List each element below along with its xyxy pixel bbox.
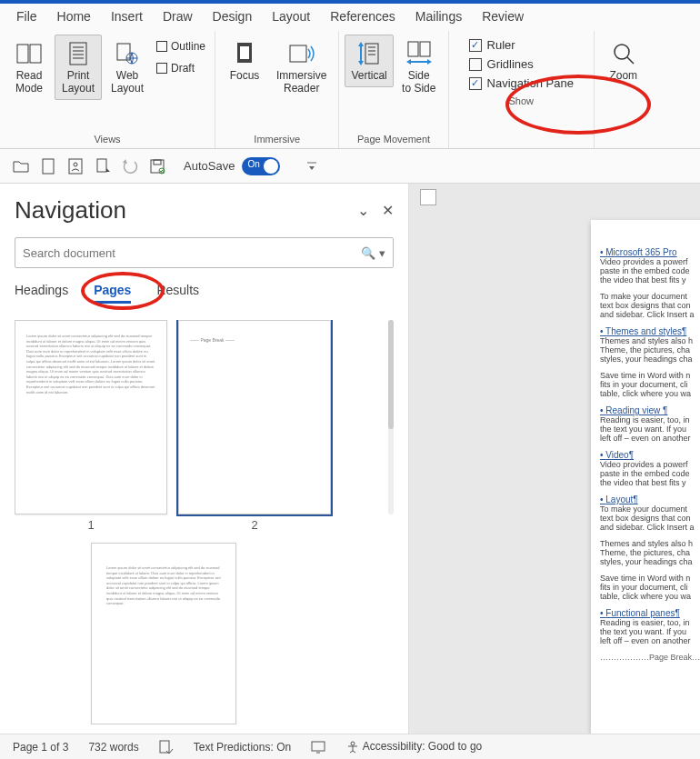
doc-paragraph[interactable]: Save time in Word with n fits in your do… <box>600 574 700 601</box>
quick-print-icon[interactable] <box>95 158 111 175</box>
doc-paragraph[interactable]: Themes and styles¶Themes and styles also… <box>600 326 700 364</box>
save-icon[interactable] <box>149 158 165 175</box>
read-mode-button[interactable]: Read Mode <box>5 35 53 100</box>
svg-rect-27 <box>43 159 54 174</box>
ribbon: Read Mode Print Layout Web Layout Outlin… <box>0 31 700 149</box>
doc-body-text: Video provides a powerf paste in the emb… <box>600 460 700 487</box>
nav-tab-results[interactable]: Results <box>156 283 199 304</box>
thumbnail-page-1[interactable]: Lorem ipsum dolor sit amet consectetur a… <box>15 320 167 514</box>
search-icon[interactable]: 🔍 ▾ <box>361 246 385 260</box>
svg-rect-0 <box>17 45 28 63</box>
doc-paragraph[interactable]: To make your document text box designs t… <box>600 292 700 319</box>
focus-button[interactable]: Focus <box>221 35 268 87</box>
status-page[interactable]: Page 1 of 3 <box>13 741 68 754</box>
doc-heading-link[interactable]: Microsoft 365 Pro <box>600 247 700 257</box>
thumbnail-page-3[interactable]: Lorem ipsum dolor sit amet consectetur a… <box>91 543 236 724</box>
page-thumbnails: Lorem ipsum dolor sit amet consectetur a… <box>15 320 394 724</box>
autosave-toggle[interactable]: AutoSave On <box>184 157 280 175</box>
draft-button[interactable]: Draft <box>156 60 205 76</box>
doc-heading-link[interactable]: Functional panes¶ <box>600 608 700 618</box>
toggle-switch-icon[interactable]: On <box>242 157 280 175</box>
vertical-button[interactable]: Vertical <box>345 35 393 87</box>
status-words[interactable]: 732 words <box>88 741 138 754</box>
svg-rect-21 <box>420 42 430 56</box>
immersive-reader-button[interactable]: Immersive Reader <box>270 35 333 100</box>
doc-body-text: To make your document text box designs t… <box>600 292 700 319</box>
undo-icon[interactable] <box>122 158 138 175</box>
svg-marker-32 <box>123 159 127 164</box>
svg-rect-20 <box>408 42 418 56</box>
display-settings-icon[interactable] <box>311 740 325 754</box>
group-show: ✓Ruler Gridlines ✓Navigation Pane Show <box>449 31 595 148</box>
svg-rect-13 <box>365 44 378 64</box>
outline-button[interactable]: Outline <box>156 38 205 55</box>
ruler-checkbox[interactable]: ✓Ruler <box>469 38 574 52</box>
nav-tab-pages[interactable]: Pages <box>94 283 131 304</box>
status-predictions[interactable]: Text Predictions: On <box>194 741 291 754</box>
document-canvas[interactable]: Microsoft 365 ProVideo provides a powerf… <box>409 184 700 738</box>
spellcheck-icon[interactable] <box>159 740 174 754</box>
doc-body-text: Reading is easier, too, in the text you … <box>600 415 700 443</box>
navigation-pane-checkbox[interactable]: ✓Navigation Pane <box>469 76 574 90</box>
status-bar: Page 1 of 3 732 words Text Predictions: … <box>0 734 700 759</box>
read-mode-label: Read Mode <box>15 70 43 95</box>
tab-insert[interactable]: Insert <box>111 9 143 24</box>
page-break-indicator: ………………Page Break… <box>600 653 700 662</box>
doc-paragraph[interactable]: Themes and styles also h Theme, the pict… <box>600 539 700 566</box>
doc-body-text: Save time in Word with n fits in your do… <box>600 574 700 601</box>
vertical-scroll-icon <box>355 39 384 68</box>
open-icon[interactable] <box>13 158 29 175</box>
search-input-wrap[interactable]: 🔍 ▾ <box>15 237 394 268</box>
tab-file[interactable]: File <box>16 9 37 24</box>
tab-mailings[interactable]: Mailings <box>415 9 462 24</box>
document-page[interactable]: Microsoft 365 ProVideo provides a powerf… <box>591 220 700 738</box>
svg-marker-31 <box>106 168 110 172</box>
doc-heading-link[interactable]: Reading view ¶ <box>600 405 700 415</box>
ruler-corner[interactable] <box>420 189 436 205</box>
doc-heading-link[interactable]: Video¶ <box>600 450 700 460</box>
tab-home[interactable]: Home <box>57 9 91 24</box>
customize-qat-icon[interactable] <box>304 158 320 175</box>
svg-point-25 <box>615 45 629 59</box>
person-icon[interactable] <box>67 158 84 175</box>
doc-heading-link[interactable]: Themes and styles¶ <box>600 326 700 336</box>
search-input[interactable] <box>23 246 357 260</box>
new-file-icon[interactable] <box>40 158 56 175</box>
web-layout-button[interactable]: Web Layout <box>104 35 151 100</box>
side-to-side-button[interactable]: Side to Side <box>395 35 443 100</box>
doc-paragraph[interactable]: Functional panes¶Reading is easier, too,… <box>600 608 700 645</box>
gridlines-checkbox[interactable]: Gridlines <box>469 57 574 71</box>
doc-paragraph[interactable]: Save time in Word with n fits in your do… <box>600 371 700 398</box>
tab-layout[interactable]: Layout <box>272 9 310 24</box>
tab-review[interactable]: Review <box>482 9 524 24</box>
tab-design[interactable]: Design <box>213 9 253 24</box>
nav-tab-headings[interactable]: Headings <box>15 283 68 304</box>
doc-paragraph[interactable]: Reading view ¶Reading is easier, too, in… <box>600 405 700 443</box>
svg-point-29 <box>74 163 77 166</box>
svg-line-26 <box>627 57 634 64</box>
doc-body-text: To make your document text box designs t… <box>600 504 700 532</box>
group-page-movement: Vertical Side to Side Page Movement <box>339 31 448 148</box>
close-icon[interactable]: ✕ <box>382 202 394 219</box>
doc-paragraph[interactable]: Video¶Video provides a powerf paste in t… <box>600 450 700 487</box>
tab-draw[interactable]: Draw <box>163 9 193 24</box>
status-accessibility[interactable]: Accessibility: Good to go <box>345 740 482 754</box>
tab-references[interactable]: References <box>330 9 395 24</box>
svg-marker-24 <box>427 59 432 65</box>
zoom-button[interactable]: Zoom <box>600 35 647 87</box>
outline-icon <box>156 41 167 52</box>
thumbnail-scrollbar[interactable] <box>388 320 394 514</box>
svg-rect-38 <box>160 741 169 753</box>
chevron-down-icon[interactable]: ⌄ <box>357 202 369 219</box>
doc-paragraph[interactable]: Microsoft 365 ProVideo provides a powerf… <box>600 247 700 285</box>
immersive-reader-label: Immersive Reader <box>276 70 326 95</box>
print-layout-button[interactable]: Print Layout <box>55 35 102 100</box>
web-layout-label: Web Layout <box>111 70 144 95</box>
thumbnail-page-2[interactable]: —— Page Break —— <box>178 320 331 514</box>
print-layout-label: Print Layout <box>62 70 95 95</box>
svg-rect-2 <box>70 43 86 65</box>
svg-marker-19 <box>358 61 364 65</box>
doc-heading-link[interactable]: Layout¶ <box>600 494 700 504</box>
vertical-label: Vertical <box>351 70 386 83</box>
doc-paragraph[interactable]: Layout¶To make your document text box de… <box>600 494 700 532</box>
